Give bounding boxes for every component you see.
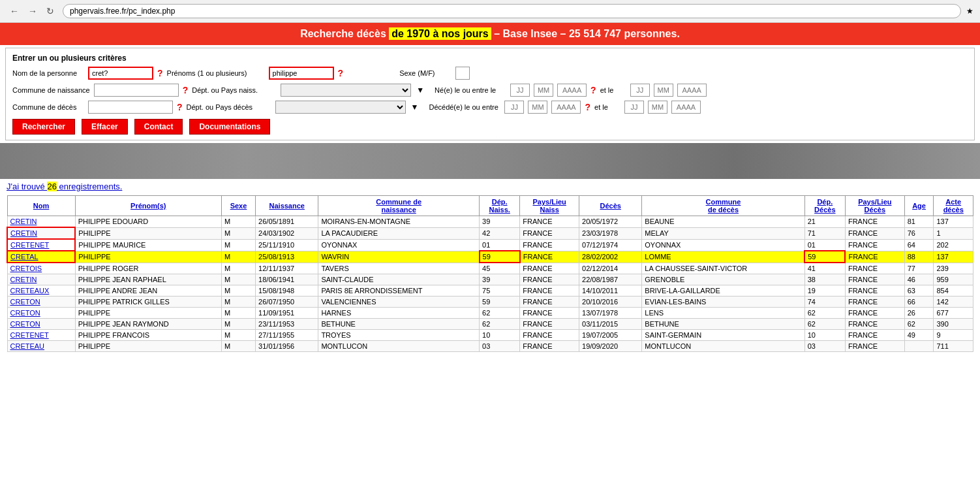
sexe-input[interactable] [455, 67, 470, 80]
cell-pays_naiss: FRANCE [520, 330, 579, 341]
prenom-input[interactable] [269, 67, 334, 80]
cell-dep_naiss: 59 [480, 297, 520, 308]
cell-dep_deces: 59 [804, 251, 845, 263]
col-dep-deces[interactable]: Dép.Décès [804, 196, 845, 216]
col-deces[interactable]: Décès [579, 196, 642, 216]
cell-acte: 9 [934, 330, 973, 341]
nom-help-icon[interactable]: ? [157, 68, 163, 78]
cell-age: 64 [904, 239, 934, 251]
cell-nom[interactable]: CRETON [7, 308, 75, 319]
col-commune-naiss[interactable]: Commune denaissance [318, 196, 480, 216]
dept-pays-naiss-select[interactable] [281, 84, 411, 97]
prenom-help-icon[interactable]: ? [338, 68, 344, 78]
et-le2-label: et le [594, 103, 620, 111]
result-count: J'ai trouvé 26 enregistrements. [7, 182, 973, 191]
documentations-button[interactable]: Documentations [189, 119, 270, 135]
ne-help[interactable]: ? [590, 85, 596, 95]
cell-sexe: M [221, 227, 255, 239]
cell-dep_deces: 71 [804, 227, 845, 239]
cell-naissance: 24/03/1902 [256, 227, 318, 239]
cell-acte: 1 [934, 227, 973, 239]
commune-naiss-input[interactable] [94, 84, 179, 97]
url-bar[interactable] [63, 4, 961, 18]
col-dep-naiss[interactable]: Dép.Naiss. [480, 196, 520, 216]
count-number: 26 [47, 182, 56, 191]
ne-aaaa[interactable] [557, 84, 587, 97]
ne-jj2[interactable] [630, 84, 650, 97]
dec-mm[interactable] [528, 101, 547, 114]
sexe-label: Sexe (M/F) [399, 69, 452, 77]
cell-commune_naiss: HARNES [318, 308, 480, 319]
dec-aaaa[interactable] [551, 101, 581, 114]
cell-nom[interactable]: CRETOIS [7, 263, 75, 274]
effacer-button[interactable]: Effacer [82, 119, 128, 135]
cell-deces: 03/11/2015 [579, 319, 642, 330]
col-pays-naiss[interactable]: Pays/LieuNaiss [520, 196, 579, 216]
cell-pays_deces: FRANCE [845, 308, 904, 319]
col-prenom[interactable]: Prénom(s) [75, 196, 221, 216]
commune-naiss-help[interactable]: ? [183, 85, 189, 95]
dec-jj2[interactable] [624, 101, 644, 114]
back-button[interactable]: ← [7, 5, 22, 18]
cell-naissance: 18/06/1941 [256, 274, 318, 285]
cell-nom[interactable]: CRETENET [7, 330, 75, 341]
cell-nom[interactable]: CRETAL [7, 251, 75, 263]
cell-nom[interactable]: CRETON [7, 297, 75, 308]
ne-jj[interactable] [510, 84, 530, 97]
cell-dep_naiss: 39 [480, 216, 520, 228]
cell-dep_naiss: 75 [480, 285, 520, 297]
col-pays-deces[interactable]: Pays/LieuDécès [845, 196, 904, 216]
cell-acte: 137 [934, 251, 973, 263]
dec-help[interactable]: ? [585, 102, 590, 112]
ne-mm[interactable] [534, 84, 553, 97]
contact-button[interactable]: Contact [134, 119, 183, 135]
cell-dep_deces: 62 [804, 308, 845, 319]
table-row: CRETINPHILIPPE EDOUARDM26/05/1891MOIRANS… [7, 216, 973, 228]
cell-dep_deces: 01 [804, 239, 845, 251]
commune-deces-help[interactable]: ? [177, 102, 183, 112]
col-age[interactable]: Age [904, 196, 934, 216]
col-naissance[interactable]: Naissance [256, 196, 318, 216]
cell-commune_naiss: MOIRANS-EN-MONTAGNE [318, 216, 480, 228]
col-sexe[interactable]: Sexe [221, 196, 255, 216]
ne-aaaa2[interactable] [677, 84, 707, 97]
cell-acte: 854 [934, 285, 973, 297]
dept-pays-deces-select[interactable] [275, 101, 406, 114]
forward-button[interactable]: → [25, 5, 40, 18]
dec-jj[interactable] [504, 101, 524, 114]
banner: Recherche décès de 1970 à nos jours – Ba… [0, 23, 980, 45]
search-form: Entrer un ou plusieurs critères Nom de l… [5, 48, 975, 140]
col-nom[interactable]: Nom [7, 196, 75, 216]
ne-mm2[interactable] [654, 84, 673, 97]
col-commune-deces[interactable]: Communede décès [642, 196, 804, 216]
cell-nom[interactable]: CRETIN [7, 227, 75, 239]
nom-input[interactable] [88, 67, 153, 80]
prenom-label: Prénoms (1 ou plusieurs) [167, 69, 265, 77]
commune-deces-input[interactable] [88, 101, 173, 114]
cell-pays_naiss: FRANCE [520, 341, 579, 352]
cell-prenom: PHILIPPE ROGER [75, 263, 221, 274]
cell-nom[interactable]: CRETIN [7, 216, 75, 228]
cell-acte: 959 [934, 274, 973, 285]
cell-pays_deces: FRANCE [845, 227, 904, 239]
cell-nom[interactable]: CRETEAUX [7, 285, 75, 297]
cell-pays_deces: FRANCE [845, 297, 904, 308]
cell-nom[interactable]: CRETIN [7, 274, 75, 285]
cell-commune_naiss: MONTLUCON [318, 341, 480, 352]
cell-nom[interactable]: CRETEAU [7, 341, 75, 352]
cell-pays_deces: FRANCE [845, 330, 904, 341]
dec-aaaa2[interactable] [671, 101, 701, 114]
col-acte[interactable]: Actedécès [934, 196, 973, 216]
cell-nom[interactable]: CRETENET [7, 239, 75, 251]
dec-mm2[interactable] [648, 101, 667, 114]
cell-sexe: M [221, 263, 255, 274]
rechercher-button[interactable]: Rechercher [12, 119, 75, 135]
cell-naissance: 23/11/1953 [256, 319, 318, 330]
cell-nom[interactable]: CRETON [7, 319, 75, 330]
reload-button[interactable]: ↻ [43, 5, 57, 18]
cell-naissance: 26/07/1950 [256, 297, 318, 308]
commune-deces-label: Commune de décès [12, 103, 84, 111]
cell-naissance: 11/09/1951 [256, 308, 318, 319]
cell-pays_naiss: FRANCE [520, 319, 579, 330]
cell-commune_deces: LOMME [642, 251, 804, 263]
